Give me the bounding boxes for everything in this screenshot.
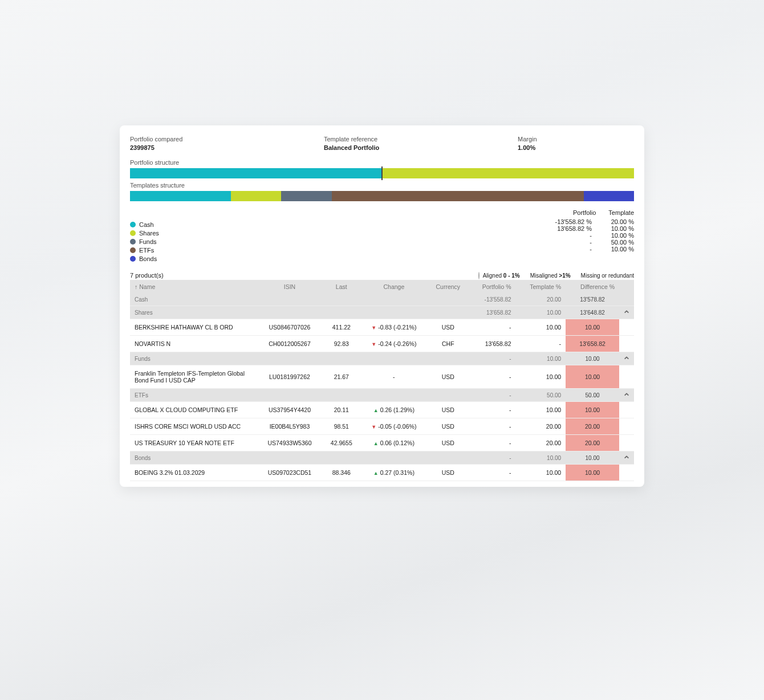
legend-item-funds: Funds [130,238,546,245]
products-toolbar: 7 product(s) Aligned 0 - 1% Misaligned >… [130,272,634,279]
col-change[interactable]: Change [360,280,427,294]
legend-item-bonds: Bonds [130,255,546,262]
legend-item-shares: Shares [130,230,546,237]
template-bar-seg-funds [281,191,331,201]
product-portfolio-pct: 13'658.82 [469,336,516,352]
category-row-bonds[interactable]: Bonds - 10.00 10.00 [130,451,634,465]
category-template-pct: 10.00 [516,306,566,319]
col-currency[interactable]: Currency [428,280,469,294]
product-isin: US74933W5360 [257,435,322,451]
sort-asc-icon [135,283,139,290]
legend-label: Bonds [139,255,157,262]
category-difference-pct: 50.00 [566,389,619,402]
portfolio-structure-label: Portfolio structure [130,159,634,166]
template-bar-seg-cash [130,191,231,201]
margin-value: 1.00% [518,144,634,151]
product-last: 98.51 [322,418,360,435]
legend-values-row: -13'558.82 %20.00 % [546,218,634,225]
arrow-up-icon: 0.06 (0.12%) [373,439,414,446]
legend-portfolio-value: - [546,232,592,239]
collapse-toggle[interactable] [619,306,634,319]
legend-template-value: 10.00 % [604,246,634,253]
col-isin[interactable]: ISIN [257,280,322,294]
legend-values-row: -10.00 % [546,232,634,239]
product-portfolio-pct: - [469,319,516,336]
product-template-pct: 10.00 [516,402,566,418]
product-portfolio-pct: - [469,418,516,435]
template-reference-value: Balanced Portfolio [324,144,518,151]
collapse-toggle[interactable] [619,451,634,465]
product-template-pct: 20.00 [516,418,566,435]
portfolio-compared-value: 2399875 [130,144,324,151]
misaligned-legend-item: Misaligned >1% [527,272,571,279]
product-isin: US097023CD51 [257,465,322,481]
arrow-down-icon: -0.83 (-0.21%) [371,324,416,331]
header-row: Portfolio compared 2399875 Template refe… [130,136,634,151]
header-margin: Margin 1.00% [518,136,634,151]
table-header-row: Name ISIN Last Change Currency Portfolio… [130,280,634,294]
margin-label: Margin [518,136,634,143]
category-row-shares[interactable]: Shares 13'658.82 10.00 13'648.82 [130,306,634,319]
category-template-pct: 10.00 [516,451,566,465]
product-difference-pct: 10.00 [566,402,619,418]
chevron-up-icon [624,392,629,398]
products-table: Name ISIN Last Change Currency Portfolio… [130,280,634,481]
legend-dot-icon [130,256,136,262]
legend-item-etfs: ETFs [130,247,546,254]
legend-template-value: 50.00 % [604,239,634,246]
product-name: ISHRS CORE MSCI WORLD USD ACC [130,418,257,435]
legend-values-row: -10.00 % [546,246,634,253]
collapse-toggle [619,294,634,306]
product-change: 0.27 (0.31%) [360,465,427,481]
legend-template-value: 10.00 % [604,225,634,232]
header-template: Template reference Balanced Portfolio [324,136,518,151]
product-isin: US0846707026 [257,319,322,336]
col-difference-pct[interactable]: Difference % [566,280,619,294]
category-row-etfs[interactable]: ETFs - 50.00 50.00 [130,389,634,402]
product-last: 42.9655 [322,435,360,451]
product-difference-pct: 20.00 [566,418,619,435]
chevron-up-icon [624,455,629,461]
table-row[interactable]: GLOBAL X CLOUD COMPUTING ETF US37954Y442… [130,402,634,418]
legend-label: Shares [139,230,159,237]
category-name: Cash [130,294,257,306]
legend-values-row: -50.00 % [546,239,634,246]
col-portfolio-pct[interactable]: Portfolio % [469,280,516,294]
category-row-funds[interactable]: Funds - 10.00 10.00 [130,352,634,365]
product-name: NOVARTIS N [130,336,257,352]
product-change: -0.83 (-0.21%) [360,319,427,336]
product-currency: USD [428,418,469,435]
category-template-pct: 10.00 [516,352,566,365]
aligned-dot-icon [478,272,479,279]
table-row[interactable]: US TREASURY 10 YEAR NOTE ETF US74933W536… [130,435,634,451]
product-currency: USD [428,365,469,389]
product-change: -0.24 (-0.26%) [360,336,427,352]
arrow-up-icon: 0.27 (0.31%) [373,469,414,476]
legend-template-value: 10.00 % [604,232,634,239]
table-row[interactable]: BOEING 3.2% 01.03.2029 US097023CD51 88.3… [130,465,634,481]
product-template-pct: 10.00 [516,319,566,336]
templates-structure-label: Templates structure [130,182,634,189]
collapse-toggle[interactable] [619,352,634,365]
product-difference-pct: 10.00 [566,319,619,336]
product-isin: US37954Y4420 [257,402,322,418]
category-difference-pct: 10.00 [566,352,619,365]
table-row[interactable]: NOVARTIS N CH0012005267 92.83 -0.24 (-0.… [130,336,634,352]
table-row[interactable]: ISHRS CORE MSCI WORLD USD ACC IE00B4L5Y9… [130,418,634,435]
products-count: 7 product(s) [130,272,164,279]
table-row[interactable]: BERKSHIRE HATHAWAY CL B ORD US0846707026… [130,319,634,336]
legend-label: ETFs [139,247,154,254]
col-name[interactable]: Name [130,280,257,294]
table-row[interactable]: Franklin Templeton IFS-Templeton Global … [130,365,634,389]
missing-legend-item: Missing or redundant [578,272,634,279]
product-name: BOEING 3.2% 01.03.2029 [130,465,257,481]
product-template-pct: 10.00 [516,465,566,481]
col-last[interactable]: Last [322,280,360,294]
product-template-pct: - [516,336,566,352]
product-name: US TREASURY 10 YEAR NOTE ETF [130,435,257,451]
product-last: 21.67 [322,365,360,389]
col-template-pct[interactable]: Template % [516,280,566,294]
aligned-legend-item: Aligned 0 - 1% [478,272,520,279]
product-name: BERKSHIRE HATHAWAY CL B ORD [130,319,257,336]
collapse-toggle[interactable] [619,389,634,402]
